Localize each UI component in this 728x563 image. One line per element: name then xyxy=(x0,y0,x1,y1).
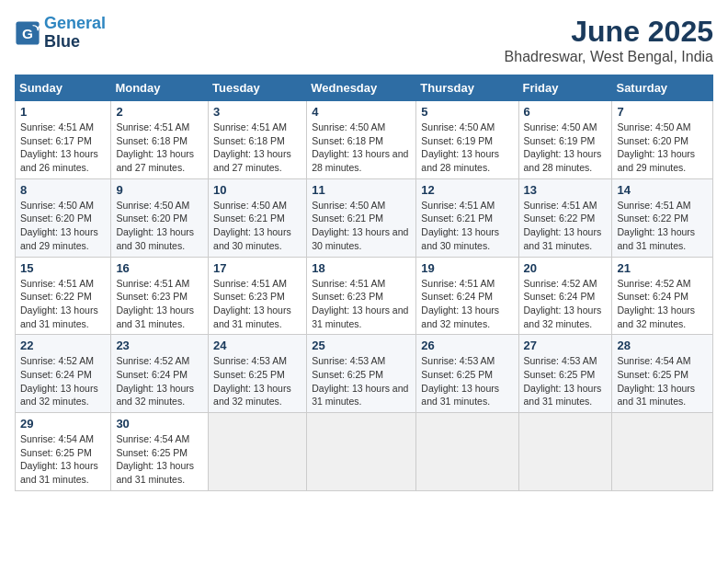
calendar-cell: 16 Sunrise: 4:51 AMSunset: 6:23 PMDaylig… xyxy=(111,257,209,335)
calendar-cell: 27 Sunrise: 4:53 AMSunset: 6:25 PMDaylig… xyxy=(518,335,612,413)
day-info: Sunrise: 4:50 AMSunset: 6:19 PMDaylight:… xyxy=(421,121,499,173)
day-number: 24 xyxy=(213,339,301,352)
day-info: Sunrise: 4:51 AMSunset: 6:21 PMDaylight:… xyxy=(421,200,499,251)
day-number: 1 xyxy=(20,105,106,119)
day-info: Sunrise: 4:53 AMSunset: 6:25 PMDaylight:… xyxy=(213,355,291,407)
header-monday: Monday xyxy=(111,75,209,101)
day-info: Sunrise: 4:51 AMSunset: 6:24 PMDaylight:… xyxy=(421,278,499,329)
day-info: Sunrise: 4:50 AMSunset: 6:18 PMDaylight:… xyxy=(312,121,408,173)
day-number: 14 xyxy=(617,183,708,197)
day-info: Sunrise: 4:51 AMSunset: 6:23 PMDaylight:… xyxy=(312,278,408,329)
day-number: 9 xyxy=(116,183,203,197)
day-info: Sunrise: 4:50 AMSunset: 6:20 PMDaylight:… xyxy=(20,200,98,251)
title-block: June 2025 Bhadreswar, West Bengal, India xyxy=(505,15,713,65)
day-number: 29 xyxy=(20,417,106,431)
day-number: 21 xyxy=(617,261,708,275)
day-info: Sunrise: 4:50 AMSunset: 6:21 PMDaylight:… xyxy=(312,200,408,251)
calendar-cell: 30 Sunrise: 4:54 AMSunset: 6:25 PMDaylig… xyxy=(111,413,209,491)
day-number: 11 xyxy=(312,183,411,197)
day-number: 27 xyxy=(524,339,608,352)
page-header: G GeneralBlue June 2025 Bhadreswar, West… xyxy=(15,15,713,65)
logo-icon: G xyxy=(15,20,40,46)
day-number: 25 xyxy=(312,339,411,352)
day-number: 6 xyxy=(524,105,608,119)
day-info: Sunrise: 4:50 AMSunset: 6:21 PMDaylight:… xyxy=(213,200,291,251)
logo-text: GeneralBlue xyxy=(44,15,106,52)
day-info: Sunrise: 4:51 AMSunset: 6:22 PMDaylight:… xyxy=(524,200,602,251)
day-info: Sunrise: 4:50 AMSunset: 6:19 PMDaylight:… xyxy=(524,121,602,173)
day-info: Sunrise: 4:51 AMSunset: 6:23 PMDaylight:… xyxy=(116,278,194,329)
day-info: Sunrise: 4:51 AMSunset: 6:22 PMDaylight:… xyxy=(20,278,98,329)
day-number: 28 xyxy=(617,339,708,352)
header-sunday: Sunday xyxy=(16,75,111,101)
calendar-cell: 12 Sunrise: 4:51 AMSunset: 6:21 PMDaylig… xyxy=(416,178,518,257)
calendar-cell: 9 Sunrise: 4:50 AMSunset: 6:20 PMDayligh… xyxy=(111,178,209,257)
calendar-cell: 26 Sunrise: 4:53 AMSunset: 6:25 PMDaylig… xyxy=(416,335,518,413)
day-number: 17 xyxy=(213,261,301,275)
day-number: 22 xyxy=(20,339,106,352)
day-number: 20 xyxy=(524,261,608,275)
header-row: SundayMondayTuesdayWednesdayThursdayFrid… xyxy=(16,75,713,101)
day-number: 10 xyxy=(213,183,301,197)
subtitle: Bhadreswar, West Bengal, India xyxy=(505,49,713,65)
calendar-cell: 2 Sunrise: 4:51 AMSunset: 6:18 PMDayligh… xyxy=(111,101,209,179)
week-row-4: 22 Sunrise: 4:52 AMSunset: 6:24 PMDaylig… xyxy=(16,335,713,413)
day-info: Sunrise: 4:50 AMSunset: 6:20 PMDaylight:… xyxy=(116,200,194,251)
calendar-cell: 17 Sunrise: 4:51 AMSunset: 6:23 PMDaylig… xyxy=(209,257,307,335)
logo: G GeneralBlue xyxy=(15,15,106,52)
calendar-cell: 7 Sunrise: 4:50 AMSunset: 6:20 PMDayligh… xyxy=(612,101,713,179)
day-number: 16 xyxy=(116,261,203,275)
day-info: Sunrise: 4:52 AMSunset: 6:24 PMDaylight:… xyxy=(116,355,194,407)
svg-text:G: G xyxy=(22,25,33,40)
day-number: 19 xyxy=(421,261,513,275)
day-info: Sunrise: 4:54 AMSunset: 6:25 PMDaylight:… xyxy=(20,433,98,485)
day-info: Sunrise: 4:53 AMSunset: 6:25 PMDaylight:… xyxy=(524,355,602,407)
calendar-cell xyxy=(612,413,713,491)
calendar-cell: 4 Sunrise: 4:50 AMSunset: 6:18 PMDayligh… xyxy=(307,101,416,179)
calendar-cell xyxy=(209,413,307,491)
calendar-cell: 10 Sunrise: 4:50 AMSunset: 6:21 PMDaylig… xyxy=(209,178,307,257)
calendar-cell xyxy=(416,413,518,491)
day-info: Sunrise: 4:51 AMSunset: 6:22 PMDaylight:… xyxy=(617,200,695,251)
calendar-cell: 24 Sunrise: 4:53 AMSunset: 6:25 PMDaylig… xyxy=(209,335,307,413)
day-number: 5 xyxy=(421,105,513,119)
calendar-cell: 29 Sunrise: 4:54 AMSunset: 6:25 PMDaylig… xyxy=(16,413,111,491)
day-info: Sunrise: 4:50 AMSunset: 6:20 PMDaylight:… xyxy=(617,121,695,173)
calendar-cell: 20 Sunrise: 4:52 AMSunset: 6:24 PMDaylig… xyxy=(518,257,612,335)
calendar-cell xyxy=(307,413,416,491)
day-info: Sunrise: 4:53 AMSunset: 6:25 PMDaylight:… xyxy=(312,355,408,407)
day-number: 13 xyxy=(524,183,608,197)
day-number: 30 xyxy=(116,417,203,431)
calendar-cell: 15 Sunrise: 4:51 AMSunset: 6:22 PMDaylig… xyxy=(16,257,111,335)
week-row-5: 29 Sunrise: 4:54 AMSunset: 6:25 PMDaylig… xyxy=(16,413,713,491)
day-info: Sunrise: 4:51 AMSunset: 6:17 PMDaylight:… xyxy=(20,121,98,173)
calendar-cell xyxy=(518,413,612,491)
day-number: 23 xyxy=(116,339,203,352)
calendar-cell: 3 Sunrise: 4:51 AMSunset: 6:18 PMDayligh… xyxy=(209,101,307,179)
calendar-cell: 23 Sunrise: 4:52 AMSunset: 6:24 PMDaylig… xyxy=(111,335,209,413)
day-number: 18 xyxy=(312,261,411,275)
calendar-cell: 11 Sunrise: 4:50 AMSunset: 6:21 PMDaylig… xyxy=(307,178,416,257)
day-number: 12 xyxy=(421,183,513,197)
main-title: June 2025 xyxy=(505,15,713,49)
day-info: Sunrise: 4:52 AMSunset: 6:24 PMDaylight:… xyxy=(20,355,98,407)
day-info: Sunrise: 4:51 AMSunset: 6:23 PMDaylight:… xyxy=(213,278,291,329)
header-saturday: Saturday xyxy=(612,75,713,101)
calendar-cell: 8 Sunrise: 4:50 AMSunset: 6:20 PMDayligh… xyxy=(16,178,111,257)
calendar-cell: 19 Sunrise: 4:51 AMSunset: 6:24 PMDaylig… xyxy=(416,257,518,335)
calendar-cell: 1 Sunrise: 4:51 AMSunset: 6:17 PMDayligh… xyxy=(16,101,111,179)
day-info: Sunrise: 4:54 AMSunset: 6:25 PMDaylight:… xyxy=(617,355,695,407)
day-number: 15 xyxy=(20,261,106,275)
calendar-cell: 21 Sunrise: 4:52 AMSunset: 6:24 PMDaylig… xyxy=(612,257,713,335)
day-info: Sunrise: 4:52 AMSunset: 6:24 PMDaylight:… xyxy=(617,278,695,329)
calendar-table: SundayMondayTuesdayWednesdayThursdayFrid… xyxy=(15,75,713,491)
day-number: 4 xyxy=(312,105,411,119)
week-row-3: 15 Sunrise: 4:51 AMSunset: 6:22 PMDaylig… xyxy=(16,257,713,335)
header-wednesday: Wednesday xyxy=(307,75,416,101)
day-info: Sunrise: 4:51 AMSunset: 6:18 PMDaylight:… xyxy=(116,121,194,173)
calendar-cell: 5 Sunrise: 4:50 AMSunset: 6:19 PMDayligh… xyxy=(416,101,518,179)
header-tuesday: Tuesday xyxy=(209,75,307,101)
day-number: 8 xyxy=(20,183,106,197)
header-thursday: Thursday xyxy=(416,75,518,101)
day-info: Sunrise: 4:53 AMSunset: 6:25 PMDaylight:… xyxy=(421,355,499,407)
